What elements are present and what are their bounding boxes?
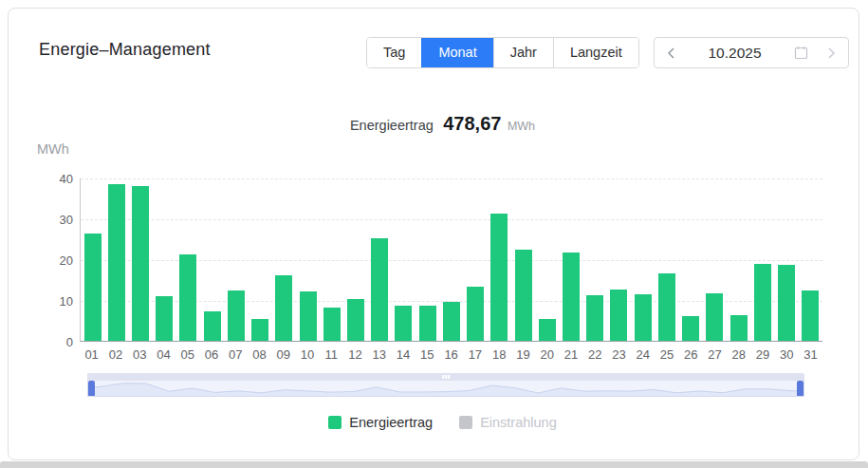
bar-day-25[interactable] bbox=[658, 273, 675, 341]
chevron-right-icon bbox=[825, 47, 837, 60]
bar-slot bbox=[176, 178, 200, 341]
bar-day-05[interactable] bbox=[179, 254, 196, 341]
legend-item-energieertrag[interactable]: Energieertrag bbox=[328, 415, 433, 430]
datazoom-track[interactable] bbox=[87, 381, 804, 397]
bar-slot bbox=[655, 178, 678, 341]
x-tick-label: 30 bbox=[775, 347, 799, 362]
bar-day-27[interactable] bbox=[706, 293, 723, 341]
view-period-tabs: Tag Monat Jahr Langzeit bbox=[366, 37, 639, 68]
date-value[interactable]: 10.2025 bbox=[677, 45, 792, 62]
bar-slot bbox=[200, 178, 224, 341]
bar-day-14[interactable] bbox=[395, 306, 412, 341]
page-title: Energie–Management bbox=[39, 40, 211, 60]
bar-slot bbox=[320, 178, 343, 341]
x-tick-label: 04 bbox=[152, 347, 175, 362]
bar-day-07[interactable] bbox=[228, 290, 245, 341]
bar-day-01[interactable] bbox=[84, 234, 102, 341]
bar-day-04[interactable] bbox=[156, 296, 173, 341]
bottom-strip bbox=[0, 461, 868, 468]
energy-management-card: Energie–Management Tag Monat Jahr Langze… bbox=[8, 8, 859, 460]
x-tick-label: 22 bbox=[583, 347, 607, 362]
x-tick-label: 14 bbox=[391, 347, 415, 362]
tab-tag[interactable]: Tag bbox=[367, 38, 421, 67]
x-tick-label: 21 bbox=[559, 347, 582, 362]
bar-slot bbox=[535, 178, 559, 341]
bar-slot bbox=[128, 178, 152, 341]
bar-slot bbox=[799, 178, 822, 341]
x-tick-label: 28 bbox=[727, 347, 750, 362]
x-tick-label: 24 bbox=[631, 347, 655, 362]
bar-day-28[interactable] bbox=[730, 315, 748, 341]
bar-slot bbox=[392, 178, 416, 341]
x-tick-label: 09 bbox=[271, 347, 295, 362]
tab-langzeit[interactable]: Langzeit bbox=[553, 38, 638, 67]
x-tick-label: 17 bbox=[463, 347, 487, 362]
data-shadow-wave bbox=[88, 381, 803, 396]
bar-slot bbox=[511, 178, 535, 341]
bar-slot bbox=[296, 178, 320, 341]
grip-icon bbox=[442, 375, 450, 379]
x-tick-label: 08 bbox=[248, 347, 271, 362]
y-tick-label: 20 bbox=[45, 253, 73, 268]
bar-day-26[interactable] bbox=[682, 316, 699, 341]
x-tick-label: 07 bbox=[224, 347, 248, 362]
legend-item-einstrahlung[interactable]: Einstrahlung bbox=[459, 415, 557, 430]
bar-day-13[interactable] bbox=[371, 238, 388, 341]
tab-monat[interactable]: Monat bbox=[421, 38, 492, 67]
bar-day-09[interactable] bbox=[275, 275, 292, 341]
bar-day-20[interactable] bbox=[539, 319, 556, 341]
x-tick-label: 26 bbox=[679, 347, 703, 362]
prev-period-button[interactable] bbox=[666, 47, 677, 60]
bar-day-18[interactable] bbox=[490, 214, 508, 341]
x-tick-label: 20 bbox=[535, 347, 559, 362]
legend-swatch-green bbox=[328, 416, 342, 429]
x-tick-label: 16 bbox=[439, 347, 463, 362]
x-tick-label: 13 bbox=[367, 347, 391, 362]
bar-day-03[interactable] bbox=[132, 186, 149, 341]
datazoom-move-handle[interactable] bbox=[87, 373, 804, 381]
bar-day-16[interactable] bbox=[443, 302, 460, 341]
x-tick-label: 25 bbox=[655, 347, 678, 362]
bar-slot bbox=[774, 178, 798, 341]
bar-slot bbox=[104, 178, 128, 341]
date-picker[interactable]: 10.2025 bbox=[654, 37, 849, 68]
bar-slot bbox=[488, 178, 511, 341]
bar-day-30[interactable] bbox=[778, 265, 795, 341]
bar-day-08[interactable] bbox=[251, 319, 268, 341]
bar-day-21[interactable] bbox=[563, 253, 580, 341]
legend-swatch-gray bbox=[459, 416, 472, 429]
x-tick-label: 05 bbox=[175, 347, 199, 362]
bar-day-23[interactable] bbox=[610, 290, 627, 341]
bar-day-22[interactable] bbox=[586, 295, 603, 341]
x-tick-label: 23 bbox=[607, 347, 631, 362]
legend: Energieertrag Einstrahlung bbox=[9, 415, 868, 430]
bar-slot bbox=[464, 178, 488, 341]
bar-day-31[interactable] bbox=[802, 290, 819, 341]
bar-day-12[interactable] bbox=[347, 299, 364, 341]
bar-day-06[interactable] bbox=[204, 311, 221, 341]
datazoom-slider[interactable] bbox=[87, 373, 804, 397]
datazoom-left-handle[interactable] bbox=[88, 381, 95, 397]
bar-day-10[interactable] bbox=[300, 291, 317, 341]
bar-slot bbox=[272, 178, 296, 341]
bar-day-02[interactable] bbox=[108, 184, 125, 341]
y-axis-title: MWh bbox=[37, 141, 69, 157]
legend-label: Einstrahlung bbox=[480, 415, 557, 430]
bar-day-15[interactable] bbox=[419, 306, 436, 341]
next-period-button[interactable] bbox=[825, 47, 837, 60]
bar-day-29[interactable] bbox=[754, 264, 771, 341]
x-tick-label: 10 bbox=[295, 347, 319, 362]
bar-day-19[interactable] bbox=[515, 250, 532, 341]
bar-day-24[interactable] bbox=[635, 294, 652, 341]
datazoom-right-handle[interactable] bbox=[797, 381, 803, 397]
x-axis-labels: 0102030405060708091011121314151617181920… bbox=[80, 347, 822, 362]
bars bbox=[81, 178, 822, 341]
bar-slot bbox=[678, 178, 702, 341]
tab-jahr[interactable]: Jahr bbox=[493, 38, 553, 67]
bar-day-11[interactable] bbox=[323, 308, 341, 341]
summary-value: 478,67 bbox=[443, 113, 501, 134]
y-tick-label: 10 bbox=[45, 294, 73, 309]
bar-day-17[interactable] bbox=[467, 287, 484, 341]
x-tick-label: 03 bbox=[128, 347, 152, 362]
calendar-icon[interactable] bbox=[794, 46, 808, 60]
